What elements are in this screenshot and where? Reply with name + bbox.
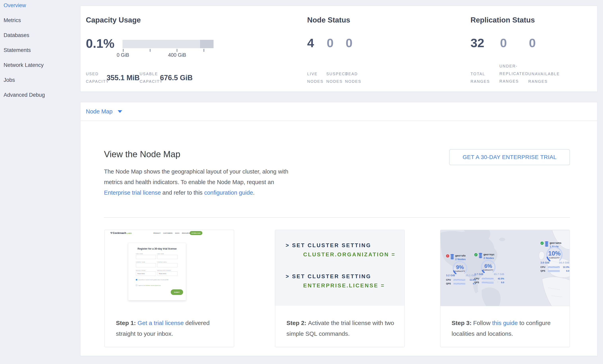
license-agreement-link: Software License Agreement (145, 285, 161, 286)
sidebar-item-jobs[interactable]: Jobs (4, 75, 45, 90)
trial-site-thumbnail: ⛛CockroachLABS PRODUCT CUSTOMERS DOCS RE… (105, 230, 234, 306)
svg-text:6%: 6% (484, 263, 492, 269)
view-node-map-heading: View the Node Map (104, 149, 180, 159)
suspect-nodes-count: 0 (327, 36, 334, 50)
database-icon (478, 253, 483, 258)
first-name-label: FIRST NAME (136, 253, 143, 254)
sql-prompt-2: > SET CLUSTER SETTING (286, 274, 371, 280)
qps-sparkline-icon (453, 283, 465, 285)
company-email-label: COMPANY EMAIL (157, 262, 167, 263)
world-map-thumbnail: ! geo=sfo 2 Nodes 9% CAPACITY (441, 230, 569, 306)
step-3-caption: Step 3: Follow this guide to configure l… (441, 306, 569, 339)
logo-suffix: LABS (127, 232, 132, 234)
sidebar-item-metrics[interactable]: Metrics (4, 16, 45, 31)
node-map-dropdown-label: Node Map (86, 108, 113, 115)
get-trial-license-link[interactable]: Get a trial license (138, 320, 184, 326)
node-marker-nyc: ✓ geo=nyc 2 Nodes 6% CAPACITY (474, 253, 504, 288)
svg-text:CAPACITY: CAPACITY (549, 257, 560, 259)
sidebar-item-overview[interactable]: Overview (4, 0, 45, 16)
step-3-card: ! geo=sfo 2 Nodes 9% CAPACITY (440, 230, 570, 347)
cpu-row: CPU 42.5% (474, 277, 504, 280)
project-phase-label: PROJECT PHASE (136, 270, 145, 271)
under-replicated-ranges-label: UNDER- REPLICATED RANGES (499, 62, 529, 85)
company-name-label: COMPANY NAME (136, 262, 145, 263)
configuration-guide-link[interactable]: configuration guide (204, 189, 253, 196)
node-map-panel: Node Map View the Node Map The Node Map … (80, 102, 598, 356)
cpu-sparkline-icon (453, 279, 465, 281)
section-divider (104, 217, 570, 218)
sql-commands-block: > SET CLUSTER SETTING CLUSTER.ORGANIZATI… (275, 230, 404, 306)
step-2-label: Step 2: (287, 320, 308, 326)
node-healthy-icon: ✓ (474, 253, 477, 256)
usable-capacity-label: USABLE CAPACITY (140, 70, 163, 85)
this-guide-link[interactable]: this guide (492, 320, 518, 326)
capacity-bar-reserved-segment (200, 40, 214, 48)
cpu-sparkline-icon (482, 278, 494, 280)
agreement-text-end: . (161, 285, 161, 286)
trial-registration-form: Register for a 30-day trial license FIRS… (128, 243, 186, 300)
used-gib: 3.7 GiB (474, 273, 483, 276)
used-capacity-value: 355.1 MiB (106, 74, 140, 82)
dead-nodes-count: 0 (346, 36, 352, 50)
form-title: Register for a 30-day trial license (128, 247, 186, 250)
description-text: The Node Map shows the geographical layo… (104, 168, 288, 185)
nav-customers: CUSTOMERS (163, 232, 173, 234)
cpu-sparkline-icon (548, 266, 560, 268)
download-pill-button: DOWNLOAD (190, 231, 202, 235)
nav-docs: DOCS (175, 232, 179, 234)
submit-pill-button: SUBMIT (171, 289, 183, 295)
step-1-caption: Step 1: Get a trial license delivered st… (105, 306, 234, 339)
unavailable-ranges-label: UNAVAILABLE RANGES (528, 70, 560, 85)
sidebar-item-statements[interactable]: Statements (4, 45, 45, 60)
cpu-row: CPU 12.3% (540, 266, 569, 268)
description-text: . (253, 189, 255, 196)
live-nodes-label: LIVE NODES (307, 70, 324, 85)
sidebar-item-advanced-debug[interactable]: Advanced Debug (4, 90, 45, 105)
sidebar-item-network-latency[interactable]: Network Latency (4, 60, 45, 75)
reason-interest-label: REASON FOR INTEREST (157, 270, 171, 271)
enterprise-trial-license-link[interactable]: Enterprise trial license (104, 189, 161, 196)
step-1-card: ⛛CockroachLABS PRODUCT CUSTOMERS DOCS RE… (104, 230, 234, 347)
last-name-field (157, 255, 177, 259)
reason-interest-select: Please Select (157, 271, 177, 276)
db-console-overview-page: Overview Metrics Databases Statements Ne… (0, 0, 603, 364)
get-enterprise-trial-button[interactable]: GET A 30-DAY ENTERPRISE TRIAL (449, 149, 570, 165)
project-phase-select: Please Select (136, 271, 156, 276)
capacity-axis-label-400: 400 GiB (168, 52, 186, 58)
step-3-text: Follow (473, 320, 492, 326)
capacity-used-percent: 0.1% (86, 36, 115, 51)
replication-status-section: Replication Status 32 0 0 TOTAL RANGES U… (471, 6, 594, 91)
used-capacity-label: USED CAPACITY (86, 70, 109, 85)
sql-prompt-1: > SET CLUSTER SETTING (286, 243, 371, 249)
email-updates-text: I would like to receive email updates ab… (138, 279, 169, 280)
qps-sparkline-icon (548, 270, 560, 272)
sql-setting-organization: CLUSTER.ORGANIZATION = (303, 252, 396, 258)
first-name-field (136, 255, 156, 259)
step-2-caption: Step 2: Activate the trial license with … (275, 306, 404, 339)
total-gib: 34.4 GiB (559, 261, 569, 264)
used-gib: 3.2 GiB (446, 274, 455, 277)
email-updates-checkbox-row: I would like to receive email updates ab… (136, 279, 169, 280)
under-replicated-ranges-count: 0 (500, 36, 507, 50)
step-2-card: > SET CLUSTER SETTING CLUSTER.ORGANIZATI… (275, 230, 405, 347)
last-name-label: LAST NAME (157, 253, 164, 254)
svg-text:9%: 9% (456, 264, 464, 270)
description-text: and refer to this (161, 189, 204, 196)
usable-capacity-value: 676.5 GiB (160, 74, 193, 82)
company-name-field (136, 263, 156, 267)
logo-text: Cockroach (113, 232, 126, 234)
dead-nodes-label: DEAD NODES (345, 70, 361, 85)
capacity-usage-section: Capacity Usage 0.1% 0 GiB 400 GiB USED C… (86, 6, 301, 91)
capacity-usage-bar (123, 40, 214, 48)
qps-row: QPS 0.0 (540, 270, 569, 272)
cockroach-bug-icon: ⛛ (110, 232, 112, 234)
live-nodes-count: 4 (307, 36, 314, 50)
total-ranges-label: TOTAL RANGES (471, 70, 490, 85)
database-icon (450, 254, 454, 260)
sidebar-item-databases[interactable]: Databases (4, 31, 45, 45)
license-agreement-checkbox-row: I agree to the Software License Agreemen… (136, 285, 161, 286)
node-marker-sfo: ! geo=sfo 2 Nodes 9% CAPACITY (446, 254, 476, 290)
svg-text:10%: 10% (548, 250, 561, 257)
node-alert-icon: ! (446, 254, 449, 257)
node-map-dropdown[interactable]: Node Map (86, 102, 122, 121)
